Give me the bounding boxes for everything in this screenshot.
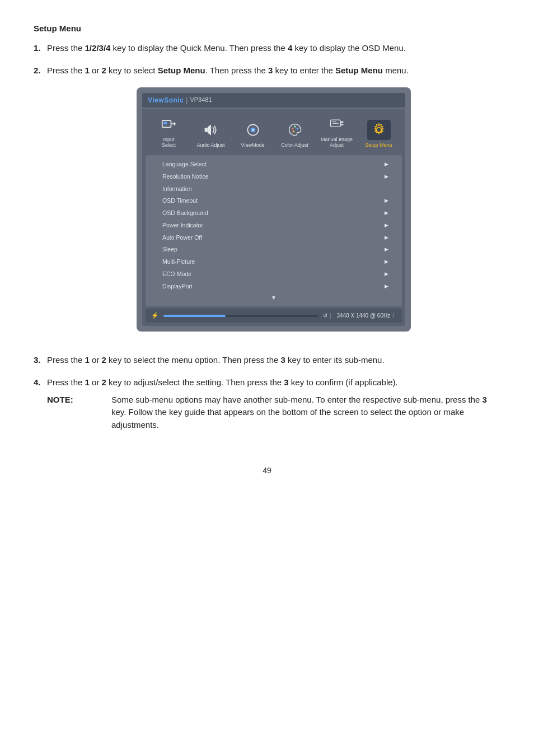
menu-item-osd-background: OSD Background ▶	[146, 207, 402, 220]
menu-item-language-select: Language Select ▶	[146, 158, 402, 171]
status-progress-fill	[163, 315, 226, 317]
monitor-title-bar: ViewSonic | VP3481	[142, 93, 405, 108]
nav-item-viewmode: ViewMode	[236, 120, 270, 148]
monitor-screenshot: ViewSonic | VP3481	[47, 87, 500, 332]
menu-arrow-osd-background: ▶	[385, 209, 388, 217]
viewmode-icon	[241, 120, 265, 140]
nav-item-setup-menu: Setup Menu	[362, 120, 396, 148]
note-content: Some sub-menu options may have another s…	[83, 394, 500, 432]
nav-item-image-adjust: Manual ImageAdjust	[320, 114, 354, 149]
monitor-brand-sep: |	[186, 95, 188, 105]
menu-scroll-down: ▼	[146, 292, 402, 303]
note-block: NOTE: Some sub-menu options may have ano…	[47, 394, 500, 432]
status-end-divider: /	[392, 311, 394, 320]
color-icon	[283, 120, 307, 140]
nav-item-viewmode-label: ViewMode	[241, 142, 265, 148]
menu-arrow-language: ▶	[385, 161, 388, 169]
menu-item-auto-power-off-label: Auto Power Off	[162, 234, 202, 242]
svg-point-7	[252, 129, 254, 132]
setup-icon	[367, 120, 391, 140]
status-resolution-text: 3440 X 1440 @ 60Hz	[336, 311, 390, 320]
menu-item-language-select-label: Language Select	[162, 160, 207, 169]
menu-item-power-indicator: Power Indicator ▶	[146, 220, 402, 232]
step-2: 2. Press the 1 or 2 key to select Setup …	[34, 64, 500, 344]
nav-item-image-adjust-label: Manual ImageAdjust	[321, 137, 353, 149]
status-refresh-icon: ↺	[323, 311, 327, 320]
svg-rect-14	[340, 124, 343, 125]
page-number: 49	[34, 465, 500, 477]
monitor-model: VP3481	[190, 95, 212, 105]
status-divider: |	[330, 311, 331, 320]
step-3-content: Press the 1 or 2 key to select the menu …	[47, 354, 500, 367]
svg-rect-4	[204, 128, 207, 132]
step-2-content: Press the 1 or 2 key to select Setup Men…	[47, 64, 500, 344]
svg-point-11	[292, 130, 294, 133]
nav-item-color-label: Color Adjust	[281, 142, 308, 148]
menu-item-osd-timeout-label: OSD Timeout	[162, 197, 198, 206]
status-progress-bar	[163, 315, 318, 317]
menu-item-multi-picture: Multi-Picture ▶	[146, 256, 402, 268]
step-3: 3. Press the 1 or 2 key to select the me…	[34, 354, 500, 367]
menu-arrow-multi-picture: ▶	[385, 258, 388, 266]
menu-item-osd-timeout: OSD Timeout ▶	[146, 195, 402, 207]
svg-point-9	[294, 125, 296, 128]
nav-item-input-select: InputSelect	[152, 114, 186, 149]
note-label: NOTE:	[47, 394, 78, 432]
nav-item-audio: Audio Adjust	[194, 120, 228, 148]
monitor-body: InputSelect	[142, 109, 405, 326]
status-input-icon: ⚡	[151, 311, 159, 320]
step-3-number: 3.	[34, 354, 44, 367]
menu-arrow-sleep: ▶	[385, 246, 388, 254]
menu-item-eco-mode-label: ECO Mode	[162, 270, 191, 279]
status-bar: ⚡ ↺ | 3440 X 1440 @ 60Hz /	[146, 309, 402, 323]
section-title: Setup Menu	[34, 22, 500, 35]
input-select-icon	[157, 114, 181, 134]
menu-arrow-osd-timeout: ▶	[385, 197, 388, 205]
nav-icons: InputSelect	[146, 114, 402, 149]
audio-icon	[199, 120, 223, 140]
menu-arrow-displayport: ▶	[385, 283, 388, 291]
menu-item-resolution-notice-label: Resolution Notice	[162, 172, 208, 181]
menu-list: Language Select ▶ Resolution Notice ▶ In…	[146, 155, 402, 306]
menu-item-information: Information	[146, 183, 402, 195]
menu-item-multi-picture-label: Multi-Picture	[162, 258, 195, 267]
menu-item-sleep-label: Sleep	[162, 245, 177, 254]
nav-item-input-select-label: InputSelect	[162, 137, 176, 149]
step-1-content: Press the 1/2/3/4 key to display the Qui…	[47, 42, 500, 55]
image-adjust-icon	[325, 114, 349, 134]
step-2-number: 2.	[34, 64, 44, 344]
menu-item-information-label: Information	[162, 185, 192, 194]
nav-item-setup-menu-label: Setup Menu	[365, 142, 392, 148]
menu-arrow-eco-mode: ▶	[385, 270, 388, 278]
step-1-number: 1.	[34, 42, 44, 55]
menu-item-power-indicator-label: Power Indicator	[162, 221, 203, 230]
menu-item-resolution-notice: Resolution Notice ▶	[146, 171, 402, 183]
monitor-brand: ViewSonic	[148, 95, 184, 105]
svg-rect-13	[340, 121, 343, 123]
menu-arrow-auto-power-off: ▶	[385, 234, 388, 242]
menu-item-auto-power-off: Auto Power Off ▶	[146, 232, 402, 244]
menu-item-displayport: DisplayPort ▶	[146, 281, 402, 293]
menu-item-osd-background-label: OSD Background	[162, 209, 208, 218]
menu-arrow-power-indicator: ▶	[385, 222, 388, 230]
step-4: 4. Press the 1 or 2 key to adjust/select…	[34, 376, 500, 431]
menu-item-sleep: Sleep ▶	[146, 244, 402, 256]
svg-point-17	[376, 128, 381, 133]
monitor-frame: ViewSonic | VP3481	[137, 87, 411, 332]
nav-item-audio-label: Audio Adjust	[196, 142, 224, 148]
step-4-number: 4.	[34, 376, 44, 431]
menu-item-eco-mode: ECO Mode ▶	[146, 268, 402, 281]
menu-arrow-resolution: ▶	[385, 173, 388, 181]
step-4-content: Press the 1 or 2 key to adjust/select th…	[47, 376, 500, 431]
nav-item-color: Color Adjust	[278, 120, 312, 148]
step-1: 1. Press the 1/2/3/4 key to display the …	[34, 42, 500, 55]
svg-rect-1	[163, 122, 167, 124]
menu-item-displayport-label: DisplayPort	[162, 282, 193, 291]
svg-point-10	[296, 128, 298, 130]
svg-marker-3	[174, 122, 176, 125]
svg-point-8	[291, 128, 293, 130]
